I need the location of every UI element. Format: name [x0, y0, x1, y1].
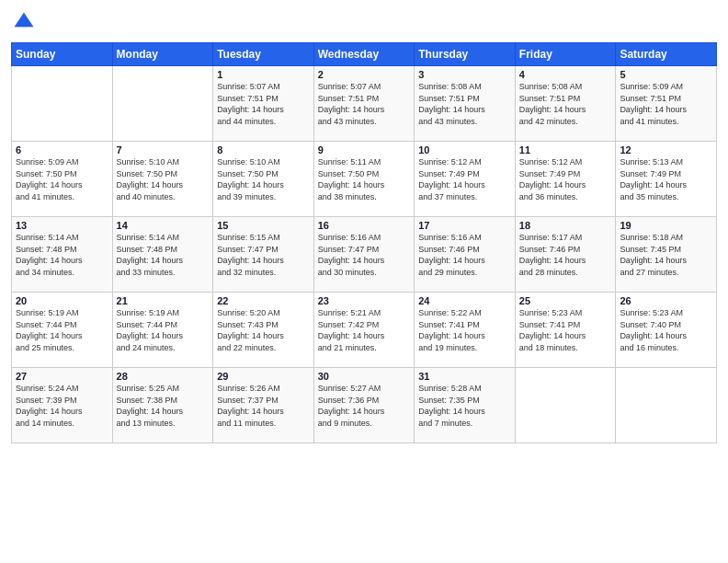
day-info: Sunrise: 5:14 AM Sunset: 7:48 PM Dayligh…: [117, 232, 210, 278]
calendar-cell: 17Sunrise: 5:16 AM Sunset: 7:46 PM Dayli…: [415, 217, 516, 293]
weekday-header-sunday: Sunday: [12, 43, 113, 66]
day-number: 19: [620, 220, 712, 231]
day-number: 12: [620, 144, 712, 155]
calendar-cell: 9Sunrise: 5:11 AM Sunset: 7:50 PM Daylig…: [313, 142, 415, 217]
day-number: 1: [217, 69, 310, 80]
calendar-table: SundayMondayTuesdayWednesdayThursdayFrid…: [11, 42, 717, 443]
day-info: Sunrise: 5:14 AM Sunset: 7:48 PM Dayligh…: [16, 232, 108, 278]
day-number: 28: [117, 371, 210, 382]
day-info: Sunrise: 5:09 AM Sunset: 7:51 PM Dayligh…: [620, 81, 712, 127]
day-info: Sunrise: 5:11 AM Sunset: 7:50 PM Dayligh…: [318, 156, 411, 202]
calendar-week-1: 1Sunrise: 5:07 AM Sunset: 7:51 PM Daylig…: [12, 66, 717, 142]
day-number: 25: [519, 295, 612, 306]
day-number: 13: [16, 220, 108, 231]
day-info: Sunrise: 5:19 AM Sunset: 7:44 PM Dayligh…: [16, 307, 108, 353]
day-info: Sunrise: 5:07 AM Sunset: 7:51 PM Dayligh…: [217, 81, 310, 127]
day-info: Sunrise: 5:24 AM Sunset: 7:39 PM Dayligh…: [16, 383, 108, 429]
calendar-cell: 10Sunrise: 5:12 AM Sunset: 7:49 PM Dayli…: [415, 142, 516, 217]
day-number: 22: [217, 295, 310, 306]
calendar-cell: 24Sunrise: 5:22 AM Sunset: 7:41 PM Dayli…: [415, 293, 516, 368]
day-info: Sunrise: 5:10 AM Sunset: 7:50 PM Dayligh…: [217, 156, 310, 202]
calendar-week-5: 27Sunrise: 5:24 AM Sunset: 7:39 PM Dayli…: [12, 368, 717, 443]
calendar-cell: 27Sunrise: 5:24 AM Sunset: 7:39 PM Dayli…: [12, 368, 113, 443]
day-info: Sunrise: 5:25 AM Sunset: 7:38 PM Dayligh…: [117, 383, 210, 429]
day-info: Sunrise: 5:23 AM Sunset: 7:41 PM Dayligh…: [519, 307, 612, 353]
day-info: Sunrise: 5:23 AM Sunset: 7:40 PM Dayligh…: [620, 307, 712, 353]
day-number: 27: [16, 371, 108, 382]
day-info: Sunrise: 5:21 AM Sunset: 7:42 PM Dayligh…: [318, 307, 411, 353]
day-number: 16: [318, 220, 411, 231]
weekday-header-saturday: Saturday: [616, 43, 717, 66]
day-info: Sunrise: 5:10 AM Sunset: 7:50 PM Dayligh…: [117, 156, 210, 202]
header: [11, 9, 717, 35]
day-number: 3: [418, 69, 511, 80]
day-info: Sunrise: 5:08 AM Sunset: 7:51 PM Dayligh…: [418, 81, 511, 127]
day-number: 7: [117, 144, 210, 155]
calendar-cell: 13Sunrise: 5:14 AM Sunset: 7:48 PM Dayli…: [12, 217, 113, 293]
calendar-cell: [112, 66, 213, 142]
calendar-cell: 23Sunrise: 5:21 AM Sunset: 7:42 PM Dayli…: [313, 293, 415, 368]
logo-icon: [11, 9, 37, 35]
day-info: Sunrise: 5:26 AM Sunset: 7:37 PM Dayligh…: [217, 383, 310, 429]
calendar-cell: 4Sunrise: 5:08 AM Sunset: 7:51 PM Daylig…: [515, 66, 616, 142]
day-number: 9: [318, 144, 411, 155]
calendar-cell: 20Sunrise: 5:19 AM Sunset: 7:44 PM Dayli…: [12, 293, 113, 368]
day-info: Sunrise: 5:15 AM Sunset: 7:47 PM Dayligh…: [217, 232, 310, 278]
day-info: Sunrise: 5:18 AM Sunset: 7:45 PM Dayligh…: [620, 232, 712, 278]
weekday-header-friday: Friday: [515, 43, 616, 66]
calendar-cell: 1Sunrise: 5:07 AM Sunset: 7:51 PM Daylig…: [213, 66, 314, 142]
day-number: 15: [217, 220, 310, 231]
calendar-body: 1Sunrise: 5:07 AM Sunset: 7:51 PM Daylig…: [12, 66, 717, 443]
day-info: Sunrise: 5:27 AM Sunset: 7:36 PM Dayligh…: [318, 383, 411, 429]
day-number: 8: [217, 144, 310, 155]
calendar-cell: 15Sunrise: 5:15 AM Sunset: 7:47 PM Dayli…: [213, 217, 314, 293]
day-number: 14: [117, 220, 210, 231]
day-info: Sunrise: 5:16 AM Sunset: 7:47 PM Dayligh…: [318, 232, 411, 278]
calendar-cell: 21Sunrise: 5:19 AM Sunset: 7:44 PM Dayli…: [112, 293, 213, 368]
calendar-week-4: 20Sunrise: 5:19 AM Sunset: 7:44 PM Dayli…: [12, 293, 717, 368]
calendar-cell: 18Sunrise: 5:17 AM Sunset: 7:46 PM Dayli…: [515, 217, 616, 293]
calendar-cell: 12Sunrise: 5:13 AM Sunset: 7:49 PM Dayli…: [616, 142, 717, 217]
calendar-cell: 22Sunrise: 5:20 AM Sunset: 7:43 PM Dayli…: [213, 293, 314, 368]
day-number: 10: [418, 144, 511, 155]
weekday-header-thursday: Thursday: [415, 43, 516, 66]
calendar-cell: 28Sunrise: 5:25 AM Sunset: 7:38 PM Dayli…: [112, 368, 213, 443]
day-info: Sunrise: 5:19 AM Sunset: 7:44 PM Dayligh…: [117, 307, 210, 353]
calendar-cell: 14Sunrise: 5:14 AM Sunset: 7:48 PM Dayli…: [112, 217, 213, 293]
weekday-header-monday: Monday: [112, 43, 213, 66]
day-info: Sunrise: 5:20 AM Sunset: 7:43 PM Dayligh…: [217, 307, 310, 353]
page-container: SundayMondayTuesdayWednesdayThursdayFrid…: [0, 0, 728, 563]
day-info: Sunrise: 5:12 AM Sunset: 7:49 PM Dayligh…: [519, 156, 612, 202]
calendar-cell: 19Sunrise: 5:18 AM Sunset: 7:45 PM Dayli…: [616, 217, 717, 293]
calendar-week-3: 13Sunrise: 5:14 AM Sunset: 7:48 PM Dayli…: [12, 217, 717, 293]
calendar-cell: [515, 368, 616, 443]
calendar-week-2: 6Sunrise: 5:09 AM Sunset: 7:50 PM Daylig…: [12, 142, 717, 217]
day-number: 26: [620, 295, 712, 306]
day-info: Sunrise: 5:13 AM Sunset: 7:49 PM Dayligh…: [620, 156, 712, 202]
calendar-header: SundayMondayTuesdayWednesdayThursdayFrid…: [12, 43, 717, 66]
calendar-cell: 3Sunrise: 5:08 AM Sunset: 7:51 PM Daylig…: [415, 66, 516, 142]
day-number: 18: [519, 220, 612, 231]
weekday-header-tuesday: Tuesday: [213, 43, 314, 66]
day-info: Sunrise: 5:22 AM Sunset: 7:41 PM Dayligh…: [418, 307, 511, 353]
day-number: 21: [117, 295, 210, 306]
day-number: 23: [318, 295, 411, 306]
day-number: 30: [318, 371, 411, 382]
day-number: 17: [418, 220, 511, 231]
day-info: Sunrise: 5:07 AM Sunset: 7:51 PM Dayligh…: [318, 81, 411, 127]
calendar-cell: 5Sunrise: 5:09 AM Sunset: 7:51 PM Daylig…: [616, 66, 717, 142]
weekday-header-wednesday: Wednesday: [313, 43, 415, 66]
weekday-header-row: SundayMondayTuesdayWednesdayThursdayFrid…: [12, 43, 717, 66]
calendar-cell: 7Sunrise: 5:10 AM Sunset: 7:50 PM Daylig…: [112, 142, 213, 217]
day-number: 29: [217, 371, 310, 382]
calendar-cell: 16Sunrise: 5:16 AM Sunset: 7:47 PM Dayli…: [313, 217, 415, 293]
day-number: 11: [519, 144, 612, 155]
day-info: Sunrise: 5:09 AM Sunset: 7:50 PM Dayligh…: [16, 156, 108, 202]
day-info: Sunrise: 5:08 AM Sunset: 7:51 PM Dayligh…: [519, 81, 612, 127]
logo: [11, 9, 40, 35]
day-info: Sunrise: 5:12 AM Sunset: 7:49 PM Dayligh…: [418, 156, 511, 202]
calendar-cell: 8Sunrise: 5:10 AM Sunset: 7:50 PM Daylig…: [213, 142, 314, 217]
calendar-cell: 6Sunrise: 5:09 AM Sunset: 7:50 PM Daylig…: [12, 142, 113, 217]
calendar-cell: 29Sunrise: 5:26 AM Sunset: 7:37 PM Dayli…: [213, 368, 314, 443]
day-info: Sunrise: 5:16 AM Sunset: 7:46 PM Dayligh…: [418, 232, 511, 278]
